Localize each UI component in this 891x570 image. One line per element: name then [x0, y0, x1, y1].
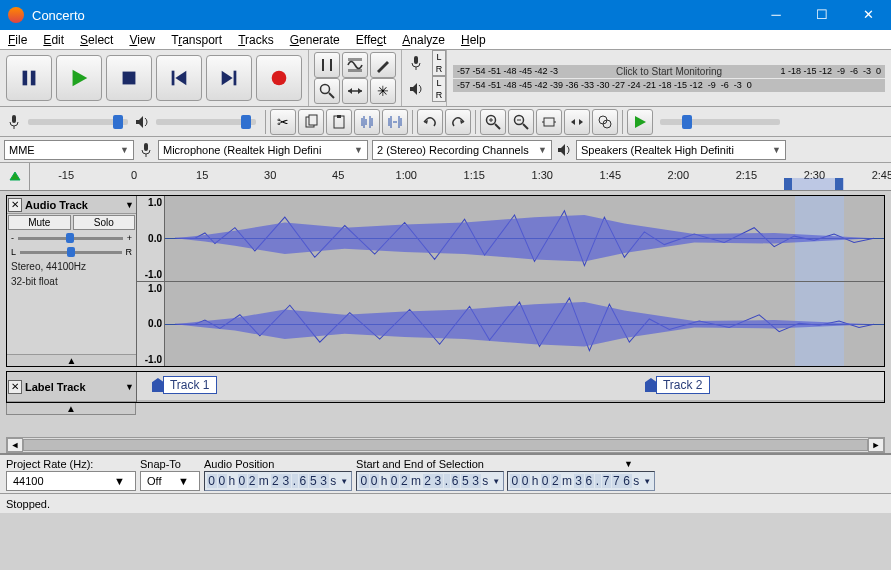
svg-rect-1 — [31, 71, 36, 86]
menu-tracks[interactable]: Tracks — [230, 31, 282, 49]
menu-transport[interactable]: Transport — [163, 31, 230, 49]
playback-volume-slider[interactable] — [156, 119, 256, 125]
menu-file[interactable]: File — [0, 31, 35, 49]
gain-slider[interactable]: -+ — [7, 231, 136, 245]
snap-to-combo[interactable]: Off▼ — [140, 471, 200, 491]
track-menu-chevron-icon[interactable]: ▼ — [125, 200, 134, 210]
paste-button[interactable] — [326, 109, 352, 135]
menu-analyze[interactable]: Analyze — [394, 31, 453, 49]
speaker-meter-icon[interactable] — [403, 76, 429, 102]
solo-button[interactable]: Solo — [73, 215, 136, 230]
trim-button[interactable] — [354, 109, 380, 135]
maximize-button[interactable]: ☐ — [799, 0, 845, 30]
zoom-in-button[interactable] — [480, 109, 506, 135]
svg-marker-2 — [73, 70, 88, 87]
svg-rect-9 — [322, 59, 324, 71]
record-button[interactable] — [256, 55, 302, 101]
label-track: ✕ Label Track ▼ Track 1 Track 2 — [6, 371, 885, 403]
label-track-area[interactable]: Track 1 Track 2 — [137, 372, 884, 400]
svg-marker-51 — [579, 119, 583, 125]
mute-button[interactable]: Mute — [8, 215, 71, 230]
mic-icon — [138, 142, 154, 158]
play-vol-speaker-icon — [134, 114, 150, 130]
pause-button[interactable] — [6, 55, 52, 101]
menu-select[interactable]: Select — [72, 31, 121, 49]
menu-help[interactable]: Help — [453, 31, 494, 49]
skip-start-button[interactable] — [156, 55, 202, 101]
waveform-right[interactable] — [165, 282, 884, 367]
menubar: File Edit Select View Transport Tracks G… — [0, 30, 891, 50]
horizontal-scrollbar[interactable]: ◄ ► — [6, 437, 885, 453]
label-track-close-button[interactable]: ✕ — [8, 380, 22, 394]
fit-project-button[interactable] — [564, 109, 590, 135]
record-meter[interactable]: -57 -54 -51 -48 -45 -42 -3 Click to Star… — [453, 65, 885, 78]
svg-rect-4 — [172, 71, 175, 86]
meters-area: -57 -54 -51 -48 -45 -42 -3 Click to Star… — [447, 50, 891, 106]
playback-device-combo[interactable]: Speakers (Realtek High Definiti▼ — [576, 140, 786, 160]
menu-effect[interactable]: Effect — [348, 31, 394, 49]
meter-icons: LR LR — [402, 50, 447, 106]
mixer-edit-toolbar: ✂ — [0, 107, 891, 137]
project-rate-combo[interactable]: 44100▼ — [6, 471, 136, 491]
multi-tool[interactable]: ✳ — [370, 78, 396, 104]
recording-channels-combo[interactable]: 2 (Stereo) Recording Channels▼ — [372, 140, 552, 160]
track-collapse-button[interactable]: ▲ — [7, 354, 136, 366]
recording-device-combo[interactable]: Microphone (Realtek High Defini▼ — [158, 140, 368, 160]
scroll-left-button[interactable]: ◄ — [7, 438, 23, 452]
menu-generate[interactable]: Generate — [282, 31, 348, 49]
svg-marker-16 — [348, 88, 352, 94]
pan-slider[interactable]: LR — [7, 245, 136, 259]
play-meter-lr: LR — [432, 76, 446, 102]
multi-tool-icon: ✳ — [375, 83, 391, 99]
stop-button[interactable] — [106, 55, 152, 101]
scroll-right-button[interactable]: ► — [868, 438, 884, 452]
recording-volume-slider[interactable] — [28, 119, 128, 125]
selection-start-display[interactable]: 00h02m23.653s▼ — [356, 471, 504, 491]
playback-meter[interactable]: -57 -54 -51 -48 -45 -42 -39 -36 -33 -30 … — [453, 79, 885, 92]
playback-speed-slider[interactable] — [660, 119, 780, 125]
statusbar: Stopped. — [0, 493, 891, 513]
play-at-speed-button[interactable] — [627, 109, 653, 135]
audio-host-combo[interactable]: MME▼ — [4, 140, 134, 160]
menu-view[interactable]: View — [121, 31, 163, 49]
play-button[interactable] — [56, 55, 102, 101]
tools-grid: ✳ — [309, 50, 402, 106]
timeline: -15 0 15 30 45 1:00 1:15 1:30 1:45 2:00 … — [0, 163, 891, 191]
skip-end-button[interactable] — [206, 55, 252, 101]
svg-rect-18 — [414, 56, 418, 64]
redo-button[interactable] — [445, 109, 471, 135]
draw-tool[interactable] — [370, 52, 396, 78]
close-button[interactable]: ✕ — [845, 0, 891, 30]
svg-rect-55 — [144, 143, 148, 151]
label-track-menu-icon[interactable]: ▼ — [125, 382, 134, 392]
silence-button[interactable] — [382, 109, 408, 135]
audio-track-panel[interactable]: ✕ Audio Track ▼ Mute Solo -+ LR Stereo, … — [7, 196, 137, 366]
zoom-tool[interactable] — [314, 78, 340, 104]
timeline-ruler[interactable]: -15 0 15 30 45 1:00 1:15 1:30 1:45 2:00 … — [30, 163, 891, 190]
label-track-collapse-button[interactable]: ▲ — [6, 403, 136, 415]
undo-button[interactable] — [417, 109, 443, 135]
zoom-toggle-button[interactable] — [592, 109, 618, 135]
svg-rect-47 — [544, 118, 554, 126]
audio-position-display[interactable]: 00h02m23.653s▼ — [204, 471, 352, 491]
selection-tool[interactable] — [314, 52, 340, 78]
track-name[interactable]: Audio Track — [23, 199, 125, 211]
selection-end-display[interactable]: 00h02m36.776s▼ — [507, 471, 655, 491]
timeshift-tool[interactable] — [342, 78, 368, 104]
copy-button[interactable] — [298, 109, 324, 135]
waveform-left[interactable] — [165, 196, 884, 281]
zoom-out-button[interactable] — [508, 109, 534, 135]
cut-button[interactable]: ✂ — [270, 109, 296, 135]
svg-rect-7 — [234, 71, 237, 86]
mic-meter-icon[interactable] — [403, 50, 429, 76]
fit-selection-button[interactable] — [536, 109, 562, 135]
envelope-tool[interactable] — [342, 52, 368, 78]
track-close-button[interactable]: ✕ — [8, 198, 22, 212]
label-marker-2[interactable]: Track 2 — [645, 376, 710, 394]
menu-edit[interactable]: Edit — [35, 31, 72, 49]
label-marker-1[interactable]: Track 1 — [152, 376, 217, 394]
timeline-pin-button[interactable] — [0, 163, 30, 190]
label-track-name[interactable]: Label Track — [23, 381, 125, 393]
titlebar: Concerto ─ ☐ ✕ — [0, 0, 891, 30]
minimize-button[interactable]: ─ — [753, 0, 799, 30]
